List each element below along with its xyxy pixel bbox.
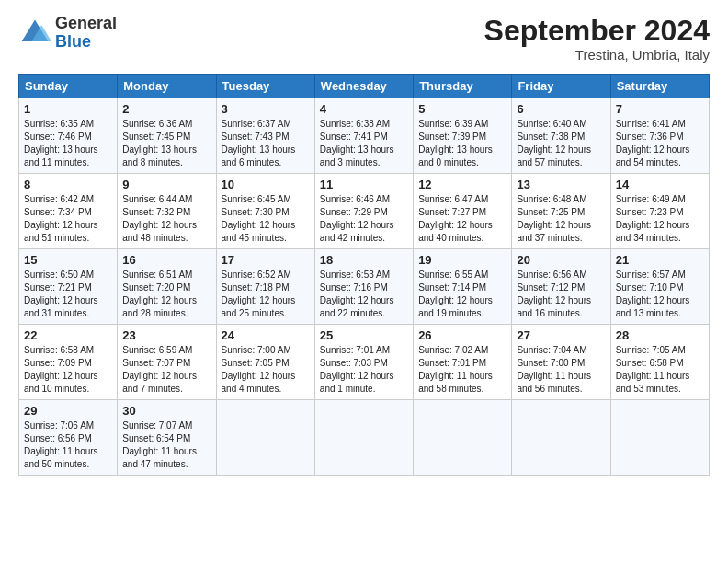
location-subtitle: Trestina, Umbria, Italy: [484, 47, 710, 63]
week-row-3: 15 Sunrise: 6:50 AMSunset: 7:21 PMDaylig…: [19, 249, 710, 325]
page: General Blue September 2024 Trestina, Um…: [0, 0, 728, 485]
day-18: 18 Sunrise: 6:53 AMSunset: 7:16 PMDaylig…: [314, 249, 413, 325]
day-5: 5 Sunrise: 6:39 AMSunset: 7:39 PMDayligh…: [414, 98, 512, 174]
empty-cell-4: [512, 400, 610, 476]
day-22: 22 Sunrise: 6:58 AMSunset: 7:09 PMDaylig…: [19, 325, 118, 400]
week-row-1: 1 Sunrise: 6:35 AMSunset: 7:46 PMDayligh…: [19, 98, 710, 174]
logo-general: General: [55, 15, 117, 33]
day-12: 12 Sunrise: 6:47 AMSunset: 7:27 PMDaylig…: [414, 174, 512, 249]
day-4: 4 Sunrise: 6:38 AMSunset: 7:41 PMDayligh…: [314, 98, 413, 174]
day-29: 29 Sunrise: 7:06 AMSunset: 6:56 PMDaylig…: [19, 400, 118, 476]
week-row-5: 29 Sunrise: 7:06 AMSunset: 6:56 PMDaylig…: [19, 400, 710, 476]
col-thursday: Thursday: [414, 75, 512, 98]
day-20: 20 Sunrise: 6:56 AMSunset: 7:12 PMDaylig…: [512, 249, 610, 325]
day-16: 16 Sunrise: 6:51 AMSunset: 7:20 PMDaylig…: [118, 249, 216, 325]
logo-icon: [18, 17, 51, 50]
day-26: 26 Sunrise: 7:02 AMSunset: 7:01 PMDaylig…: [414, 325, 512, 400]
month-title: September 2024: [484, 15, 710, 47]
day-19: 19 Sunrise: 6:55 AMSunset: 7:14 PMDaylig…: [414, 249, 512, 325]
day-6: 6 Sunrise: 6:40 AMSunset: 7:38 PMDayligh…: [512, 98, 610, 174]
day-10: 10 Sunrise: 6:45 AMSunset: 7:30 PMDaylig…: [216, 174, 314, 249]
empty-cell-2: [314, 400, 413, 476]
day-11: 11 Sunrise: 6:46 AMSunset: 7:29 PMDaylig…: [314, 174, 413, 249]
day-27: 27 Sunrise: 7:04 AMSunset: 7:00 PMDaylig…: [512, 325, 610, 400]
col-sunday: Sunday: [19, 75, 118, 98]
title-block: September 2024 Trestina, Umbria, Italy: [484, 15, 710, 63]
day-7: 7 Sunrise: 6:41 AMSunset: 7:36 PMDayligh…: [610, 98, 709, 174]
empty-cell-1: [216, 400, 314, 476]
col-wednesday: Wednesday: [314, 75, 413, 98]
day-2: 2 Sunrise: 6:36 AMSunset: 7:45 PMDayligh…: [118, 98, 216, 174]
empty-cell-3: [414, 400, 512, 476]
day-23: 23 Sunrise: 6:59 AMSunset: 7:07 PMDaylig…: [118, 325, 216, 400]
week-row-4: 22 Sunrise: 6:58 AMSunset: 7:09 PMDaylig…: [19, 325, 710, 400]
day-9: 9 Sunrise: 6:44 AMSunset: 7:32 PMDayligh…: [118, 174, 216, 249]
calendar-table: Sunday Monday Tuesday Wednesday Thursday…: [18, 74, 710, 476]
day-15: 15 Sunrise: 6:50 AMSunset: 7:21 PMDaylig…: [19, 249, 118, 325]
col-friday: Friday: [512, 75, 610, 98]
day-28: 28 Sunrise: 7:05 AMSunset: 6:58 PMDaylig…: [610, 325, 709, 400]
header-row: Sunday Monday Tuesday Wednesday Thursday…: [19, 75, 710, 98]
col-saturday: Saturday: [610, 75, 709, 98]
col-monday: Monday: [118, 75, 216, 98]
day-13: 13 Sunrise: 6:48 AMSunset: 7:25 PMDaylig…: [512, 174, 610, 249]
day-17: 17 Sunrise: 6:52 AMSunset: 7:18 PMDaylig…: [216, 249, 314, 325]
day-30: 30 Sunrise: 7:07 AMSunset: 6:54 PMDaylig…: [118, 400, 216, 476]
empty-cell-5: [610, 400, 709, 476]
day-3: 3 Sunrise: 6:37 AMSunset: 7:43 PMDayligh…: [216, 98, 314, 174]
day-24: 24 Sunrise: 7:00 AMSunset: 7:05 PMDaylig…: [216, 325, 314, 400]
day-25: 25 Sunrise: 7:01 AMSunset: 7:03 PMDaylig…: [314, 325, 413, 400]
logo: General Blue: [18, 15, 117, 52]
col-tuesday: Tuesday: [216, 75, 314, 98]
logo-blue: Blue: [55, 33, 117, 52]
day-21: 21 Sunrise: 6:57 AMSunset: 7:10 PMDaylig…: [610, 249, 709, 325]
header: General Blue September 2024 Trestina, Um…: [18, 15, 710, 63]
week-row-2: 8 Sunrise: 6:42 AMSunset: 7:34 PMDayligh…: [19, 174, 710, 249]
logo-text: General Blue: [55, 15, 117, 52]
day-1: 1 Sunrise: 6:35 AMSunset: 7:46 PMDayligh…: [19, 98, 118, 174]
day-14: 14 Sunrise: 6:49 AMSunset: 7:23 PMDaylig…: [610, 174, 709, 249]
day-8: 8 Sunrise: 6:42 AMSunset: 7:34 PMDayligh…: [19, 174, 118, 249]
